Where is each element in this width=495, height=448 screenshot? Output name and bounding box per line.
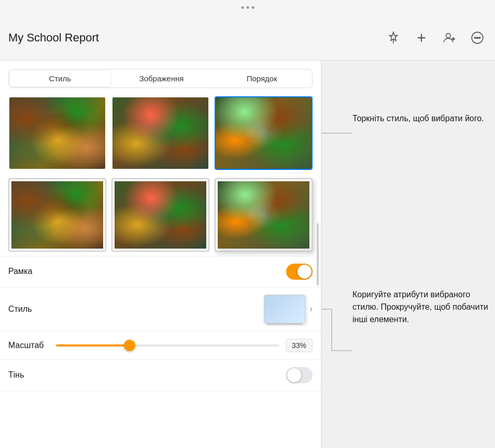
- style-thumb-3[interactable]: [215, 96, 313, 170]
- toolbar: [384, 28, 487, 47]
- style-thumb-1[interactable]: [8, 96, 106, 170]
- scale-slider-thumb[interactable]: [124, 340, 135, 351]
- border-toggle[interactable]: [286, 264, 313, 280]
- scale-label: Масштаб: [8, 341, 50, 350]
- add-person-button[interactable]: [440, 28, 459, 47]
- style-thumb-4[interactable]: [8, 178, 106, 252]
- main-area: Стиль Зображення Порядок: [0, 61, 495, 448]
- annotation-text-2: Коригуйте атрибути вибраного стилю. Прок…: [352, 290, 488, 324]
- dot-2: [246, 6, 249, 9]
- app-title: My School Report: [8, 31, 99, 45]
- annotation-1: Торкніть стиль, щоб вибрати його.: [352, 112, 484, 125]
- scroll-indicator[interactable]: [317, 223, 319, 285]
- scale-slider[interactable]: [56, 344, 279, 346]
- style-card[interactable]: [264, 295, 305, 324]
- thumb-image-4: [11, 181, 103, 249]
- style-thumb-2[interactable]: [111, 96, 209, 170]
- scale-row: Масштаб 33%: [0, 331, 321, 360]
- style-preview: ›: [264, 295, 313, 324]
- thumb-image-5: [115, 181, 206, 249]
- shadow-toggle[interactable]: [286, 367, 313, 383]
- thumb-image-2: [112, 97, 208, 169]
- tab-style[interactable]: Стиль: [10, 70, 110, 86]
- dot-3: [251, 6, 254, 9]
- svg-point-9: [479, 37, 480, 39]
- style-thumb-5[interactable]: [111, 178, 209, 252]
- more-icon: [471, 31, 484, 45]
- annotation-2: Коригуйте атрибути вибраного стилю. Прок…: [352, 288, 495, 326]
- plus-icon: [415, 31, 428, 45]
- scale-slider-fill: [56, 344, 130, 346]
- sidebar-panel: Стиль Зображення Порядок: [0, 61, 321, 448]
- pin-button[interactable]: [384, 28, 403, 47]
- style-row[interactable]: Стиль ›: [0, 287, 321, 331]
- style-thumb-6[interactable]: [215, 178, 313, 252]
- add-person-icon: [443, 31, 456, 45]
- thumbnails-grid-row1: [0, 96, 321, 170]
- shadow-label: Тінь: [8, 370, 286, 380]
- shadow-row: Тінь: [0, 360, 321, 391]
- top-bar: My School Report: [0, 0, 495, 61]
- svg-point-8: [477, 37, 478, 39]
- thumbnails-grid-row2: [0, 178, 321, 252]
- annotation-area: Торкніть стиль, щоб вибрати його. Коригу…: [321, 61, 495, 448]
- border-toggle-knob: [298, 265, 312, 279]
- thumb-image-1: [9, 97, 105, 169]
- dot-1: [241, 6, 244, 9]
- more-button[interactable]: [468, 28, 487, 47]
- tab-image[interactable]: Зображення: [111, 69, 212, 88]
- thumb-image-3: [216, 97, 312, 169]
- border-row: Рамка: [0, 256, 321, 287]
- tab-arrange[interactable]: Порядок: [211, 69, 312, 88]
- style-label: Стиль: [8, 305, 264, 314]
- tab-bar: Стиль Зображення Порядок: [8, 69, 313, 88]
- chevron-right-icon: ›: [309, 304, 313, 314]
- svg-point-3: [446, 33, 451, 38]
- border-label: Рамка: [8, 267, 286, 276]
- add-button[interactable]: [412, 28, 431, 47]
- shadow-toggle-knob: [287, 368, 301, 382]
- window-dots: [241, 6, 254, 9]
- scale-value[interactable]: 33%: [286, 339, 313, 352]
- thumb-image-6: [218, 181, 309, 249]
- pin-icon: [387, 31, 400, 45]
- svg-point-7: [474, 37, 476, 39]
- annotation-text-1: Торкніть стиль, щоб вибрати його.: [352, 114, 484, 123]
